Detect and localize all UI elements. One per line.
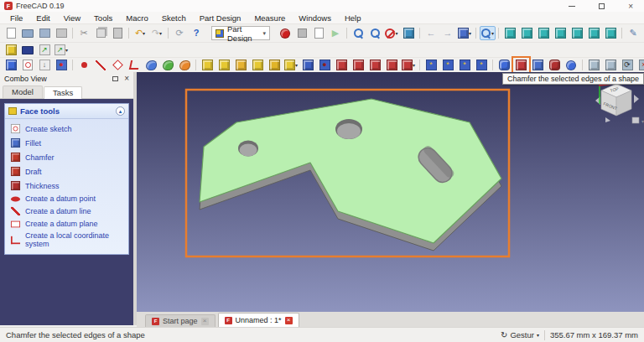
menu-item-windows[interactable]: Windows <box>292 13 338 23</box>
3d-scene[interactable]: TOP FRONT ▾ <box>137 72 644 312</box>
fit-all-icon[interactable] <box>351 26 366 40</box>
macro-edit-icon[interactable] <box>311 26 327 40</box>
measure-angular-icon[interactable] <box>603 58 619 72</box>
menu-item-view[interactable]: View <box>57 13 87 23</box>
close-tab-icon[interactable]: × <box>201 318 209 325</box>
menu-item-macro[interactable]: Macro <box>119 13 154 23</box>
create-group-icon[interactable] <box>20 43 36 57</box>
tab-model[interactable]: Model <box>3 86 43 98</box>
measure-linear-icon[interactable] <box>586 58 602 72</box>
face-tool-thickness[interactable]: Thickness <box>5 179 128 193</box>
hole-top[interactable] <box>335 119 362 139</box>
dropdown-arrow-icon[interactable]: ▾ <box>413 62 415 68</box>
menu-item-help[interactable]: Help <box>338 13 368 23</box>
right-view-icon[interactable] <box>553 26 569 40</box>
pad-icon[interactable] <box>200 58 216 72</box>
maximize-icon[interactable] <box>599 3 605 9</box>
additive-helix-icon[interactable] <box>267 58 283 72</box>
macro-play-icon[interactable]: ▶ <box>328 26 344 40</box>
additive-primitives-icon[interactable]: ▾ <box>283 58 299 72</box>
nav-back-icon[interactable]: ← <box>423 26 439 40</box>
shape-binder-icon[interactable] <box>143 58 159 72</box>
dropdown-arrow-icon[interactable]: ▾ <box>143 30 145 36</box>
texture-view-icon[interactable] <box>401 26 417 40</box>
datum-plane-icon[interactable] <box>110 58 126 72</box>
measure-clear-icon[interactable]: × <box>636 58 644 72</box>
left-view-icon[interactable] <box>603 26 619 40</box>
measure-pen-icon[interactable]: ✎ <box>626 26 641 40</box>
dropdown-arrow-icon[interactable]: ▾ <box>395 30 397 36</box>
clone-icon[interactable] <box>160 58 176 72</box>
groove-icon[interactable] <box>334 58 350 72</box>
tab-tasks[interactable]: Tasks <box>44 86 82 99</box>
nav-forward-icon[interactable]: → <box>440 26 456 40</box>
dropdown-arrow-icon[interactable]: ▾ <box>295 62 298 68</box>
hole-icon[interactable]: ● <box>317 58 333 72</box>
nav-style-selector[interactable]: ↻ Gestur ▾ <box>501 330 539 339</box>
minimize-icon[interactable] <box>569 6 575 7</box>
subtractive-loft-icon[interactable] <box>351 58 366 72</box>
face-tool-create-a-datum-line[interactable]: Create a datum line <box>5 205 128 218</box>
subtractive-helix-icon[interactable] <box>384 58 400 72</box>
float-panel-icon[interactable] <box>112 76 118 81</box>
subtractive-pipe-icon[interactable] <box>367 58 383 72</box>
dropdown-arrow-icon[interactable]: ▾ <box>65 47 68 53</box>
front-view-icon[interactable] <box>519 26 535 40</box>
subtractive-primitives-icon[interactable]: ▾ <box>401 58 417 72</box>
face-tool-create-a-datum-plane[interactable]: Create a datum plane <box>5 218 128 230</box>
open-folder-icon[interactable] <box>20 26 36 40</box>
datum-line-icon[interactable] <box>93 58 109 72</box>
face-tool-create-a-local-coordinate-system[interactable]: Create a local coordinate system <box>5 230 128 250</box>
hole-left[interactable] <box>238 141 258 157</box>
collapse-section-icon[interactable]: ▲ <box>116 106 125 116</box>
thickness-icon[interactable] <box>547 58 563 72</box>
undo-icon[interactable]: ↶▾ <box>132 26 148 40</box>
close-panel-icon[interactable]: × <box>124 75 129 82</box>
paste-icon[interactable] <box>110 26 126 40</box>
menu-item-tools[interactable]: Tools <box>87 13 119 23</box>
home-view-icon[interactable]: ▾ <box>457 26 473 40</box>
new-file-icon[interactable] <box>3 26 19 40</box>
make-sub-link-icon[interactable]: ↗▾ <box>54 43 70 57</box>
sub-shape-binder-icon[interactable] <box>177 58 193 72</box>
cut-icon[interactable]: ✂ <box>76 26 92 40</box>
document-tab-unnamed-1-[interactable]: FUnnamed : 1*× <box>218 313 299 327</box>
face-tool-chamfer[interactable]: Chamfer <box>5 150 128 164</box>
fit-selection-icon[interactable] <box>367 26 383 40</box>
polar-pattern-icon[interactable]: * <box>457 58 473 72</box>
create-body-icon[interactable] <box>3 58 19 72</box>
combo-view-header[interactable]: Combo View × <box>0 72 133 85</box>
mirrored-icon[interactable]: * <box>423 58 439 72</box>
dropdown-arrow-icon[interactable]: ▾ <box>469 30 471 36</box>
axonometric-view-icon[interactable] <box>502 26 518 40</box>
refresh-icon[interactable]: ⟳ <box>172 26 188 40</box>
3d-viewport[interactable]: TOP FRONT ▾ <box>137 72 644 312</box>
local-cs-icon[interactable] <box>127 58 143 72</box>
draw-style-icon[interactable]: ▾ <box>384 26 400 40</box>
face-tool-fillet[interactable]: Fillet <box>5 136 128 150</box>
close-icon[interactable]: × <box>628 3 633 9</box>
face-tool-create-sketch[interactable]: Create sketch <box>5 122 128 136</box>
save-file-icon[interactable] <box>37 26 53 40</box>
additive-sphere-icon[interactable] <box>564 58 579 72</box>
linear-pattern-icon[interactable]: * <box>440 58 456 72</box>
copy-icon[interactable] <box>93 26 109 40</box>
face-tools-header[interactable]: Face tools ▲ <box>5 104 128 119</box>
pocket-icon[interactable] <box>300 58 316 72</box>
close-tab-icon[interactable]: × <box>285 317 293 324</box>
face-tool-draft[interactable]: Draft <box>5 164 128 179</box>
fillet-icon[interactable] <box>496 58 512 72</box>
rear-view-icon[interactable] <box>569 26 585 40</box>
make-link-icon[interactable]: ↗ <box>37 43 53 57</box>
menu-item-sketch[interactable]: Sketch <box>155 13 193 23</box>
face-tool-create-a-datum-point[interactable]: Create a datum point <box>5 193 128 205</box>
measure-refresh-icon[interactable]: ⟳ <box>620 58 636 72</box>
macro-record-icon[interactable] <box>278 26 293 40</box>
bottom-view-icon[interactable] <box>586 26 602 40</box>
menu-item-file[interactable]: File <box>3 13 29 23</box>
draft-icon[interactable] <box>530 58 546 72</box>
edit-sketch-icon[interactable]: ● <box>54 58 70 72</box>
attach-sketch-icon[interactable]: ↓ <box>37 58 53 72</box>
nav-cube-menu-icon[interactable]: ▾ <box>632 117 644 124</box>
print-icon[interactable] <box>54 26 70 40</box>
